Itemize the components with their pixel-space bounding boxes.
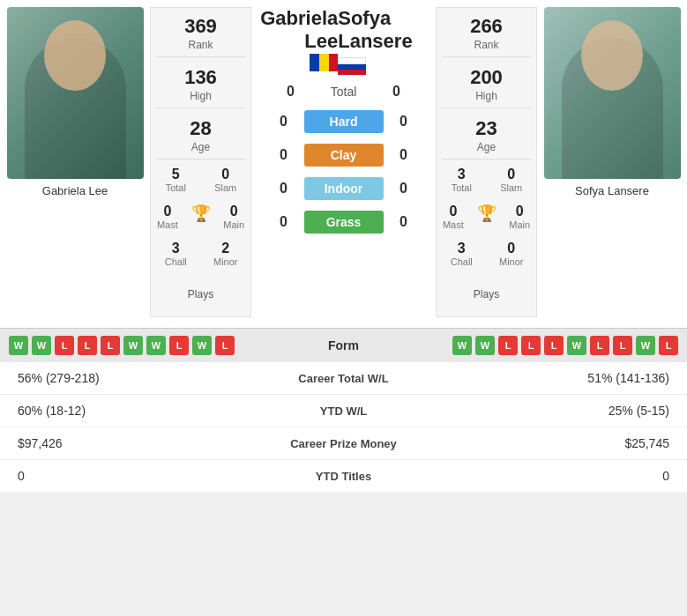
right-mast-lbl: Mast xyxy=(443,219,464,230)
clay-button[interactable]: Clay xyxy=(304,144,384,167)
stat-row-1: 60% (18-12)YTD W/L25% (5-15) xyxy=(0,395,687,427)
right-high-value: 200 xyxy=(470,66,503,89)
left-main-lbl: Main xyxy=(223,219,244,230)
right-age-label: Age xyxy=(477,141,496,153)
left-mast-lbl: Mast xyxy=(157,219,178,230)
left-mast-val: 0 xyxy=(163,204,171,219)
grass-score-left: 0 xyxy=(271,214,297,230)
left-minor-lbl: Minor xyxy=(213,256,238,267)
right-slam-cell: 0 Slam xyxy=(487,161,537,198)
left-main-cell: 0 Main xyxy=(217,198,250,235)
right-chall-lbl: Chall xyxy=(451,256,473,267)
left-flag-ro xyxy=(310,54,338,71)
right-age-value: 23 xyxy=(475,117,497,140)
left-age-label: Age xyxy=(191,141,210,153)
stat-row-label-2: Career Prize Money xyxy=(235,437,452,450)
form-badge-right-l: L xyxy=(498,336,518,355)
flag-red-stripe-ru xyxy=(338,70,366,75)
form-badge-left-w: W xyxy=(146,336,166,355)
left-divider-1 xyxy=(156,56,246,57)
indoor-score-right: 0 xyxy=(391,181,417,197)
form-badge-left-l: L xyxy=(215,336,235,355)
left-trophy-icon: 🏆 xyxy=(191,204,211,223)
right-minor-cell: 0 Minor xyxy=(487,235,537,272)
left-age-block: 28 Age xyxy=(151,110,250,157)
flag-white-stripe xyxy=(338,57,366,64)
left-plays-block: Plays xyxy=(151,272,250,316)
right-total-cell: 3 Total xyxy=(437,161,487,198)
player-right-stats-panel: 266 Rank 200 High 23 Age 3 Total 0 xyxy=(436,7,537,317)
form-badge-left-l: L xyxy=(55,336,74,355)
form-badge-right-w: W xyxy=(567,336,586,355)
player-left-photo-col: Gabriela Lee xyxy=(0,7,150,317)
right-rank-block: 266 Rank xyxy=(437,8,536,55)
left-main-val: 0 xyxy=(230,204,238,219)
right-high-label: High xyxy=(475,90,497,102)
left-high-block: 136 High xyxy=(151,59,250,106)
form-badge-left-w: W xyxy=(192,336,212,355)
stats-rows-section: 56% (279-218)Career Total W/L51% (141-13… xyxy=(0,362,687,493)
right-name-flag: Sofya Lansere xyxy=(338,7,429,75)
right-stats-row-1: 3 Total 0 Slam xyxy=(437,161,536,198)
form-label: Form xyxy=(328,338,359,353)
form-badge-right-l: L xyxy=(544,336,564,355)
left-age-value: 28 xyxy=(190,117,211,140)
clay-row: 0 Clay 0 xyxy=(251,144,436,167)
right-total-lbl: Total xyxy=(452,182,472,193)
total-score-right: 0 xyxy=(384,84,410,100)
stat-row-right-3: 0 xyxy=(452,469,669,483)
left-high-value: 136 xyxy=(184,66,217,89)
right-stats-row-3: 3 Chall 0 Minor xyxy=(437,235,536,272)
form-badge-left-w: W xyxy=(9,336,28,355)
form-badge-left-w: W xyxy=(32,336,51,355)
right-divider-1 xyxy=(442,56,532,57)
right-stats-row-2: 0 Mast 🏆 0 Main xyxy=(437,198,536,235)
right-mast-val: 0 xyxy=(449,204,457,219)
form-badge-right-w: W xyxy=(475,336,495,355)
left-slam-val: 0 xyxy=(221,167,229,182)
left-minor-val: 2 xyxy=(221,241,229,256)
form-badge-right-l: L xyxy=(659,336,678,355)
right-player-name: Sofya Lansere xyxy=(338,7,429,54)
right-main-val: 0 xyxy=(516,204,524,219)
flag-yellow-stripe xyxy=(319,54,329,71)
left-total-val: 5 xyxy=(172,167,180,182)
form-badge-right-l: L xyxy=(521,336,541,355)
right-flag-ru xyxy=(338,57,366,75)
clay-score-left: 0 xyxy=(271,147,297,163)
left-total-lbl: Total xyxy=(166,182,186,193)
left-name-flag: Gabriela Lee xyxy=(258,7,338,71)
left-divider-3 xyxy=(156,159,246,160)
stat-row-3: 0YTD Titles0 xyxy=(0,460,687,493)
hard-score-left: 0 xyxy=(271,114,297,130)
form-badge-right-l: L xyxy=(613,336,632,355)
top-layout: Gabriela Lee 369 Rank 136 High 28 Age 5 xyxy=(0,0,687,324)
player-left-photo xyxy=(7,7,144,179)
hard-score-right: 0 xyxy=(391,114,417,130)
stat-row-left-2: $97,426 xyxy=(18,436,235,450)
hard-button[interactable]: Hard xyxy=(304,110,384,133)
right-age-block: 23 Age xyxy=(437,110,536,157)
right-rank-value: 266 xyxy=(470,15,503,38)
right-plays-block: Plays xyxy=(437,272,536,316)
form-badges-right: WWLLLWLLWL xyxy=(452,336,678,355)
grass-button[interactable]: Grass xyxy=(304,211,384,234)
left-stats-row-3: 3 Chall 2 Minor xyxy=(151,235,250,272)
right-minor-lbl: Minor xyxy=(499,256,524,267)
right-minor-val: 0 xyxy=(507,241,515,256)
form-badge-right-l: L xyxy=(590,336,609,355)
stat-row-right-0: 51% (141-136) xyxy=(452,371,669,385)
stat-row-0: 56% (279-218)Career Total W/L51% (141-13… xyxy=(0,362,687,395)
left-minor-cell: 2 Minor xyxy=(201,235,251,272)
stat-row-right-1: 25% (5-15) xyxy=(452,404,669,418)
right-divider-2 xyxy=(442,108,532,108)
left-total-cell: 5 Total xyxy=(151,161,201,198)
player-right-name-label: Sofya Lansere xyxy=(575,184,649,201)
left-slam-cell: 0 Slam xyxy=(201,161,251,198)
stat-row-label-0: Career Total W/L xyxy=(235,372,452,385)
form-badges-left: WWLLLWWLWL xyxy=(9,336,235,355)
stat-row-left-0: 56% (279-218) xyxy=(18,371,235,385)
indoor-button[interactable]: Indoor xyxy=(304,177,384,200)
player-right-photo-col: Sofya Lansere xyxy=(537,7,687,317)
right-mast-cell: 0 Mast xyxy=(437,198,470,235)
